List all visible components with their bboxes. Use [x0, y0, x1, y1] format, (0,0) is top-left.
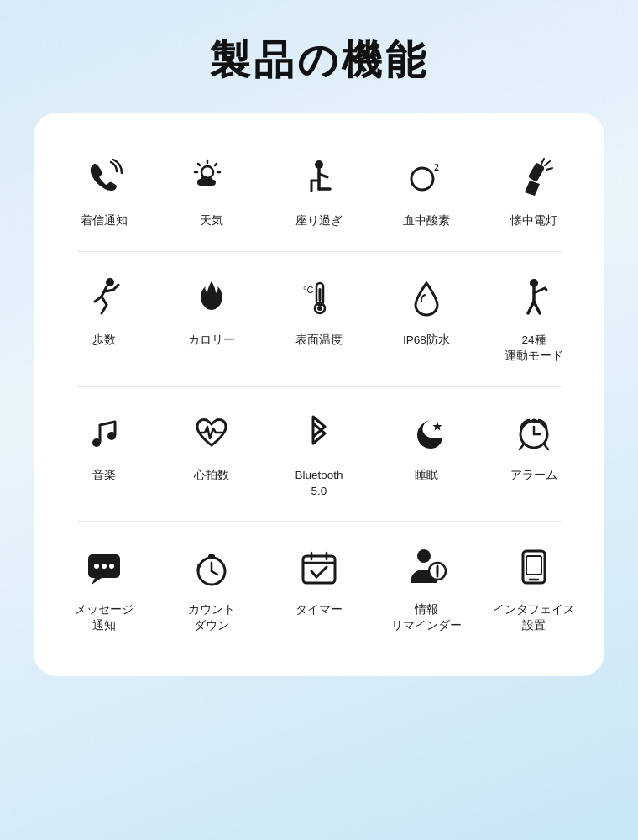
blood-oxygen-label: 血中酸素 [403, 213, 450, 229]
svg-rect-16 [319, 288, 322, 302]
flashlight-icon [513, 153, 555, 203]
svg-point-37 [210, 556, 213, 559]
reminder-label: 情報 リマインダー [391, 602, 462, 634]
svg-rect-9 [528, 162, 545, 181]
svg-line-11 [545, 161, 550, 165]
feature-row-4: メッセージ 通知 カウント ダウン [50, 527, 588, 643]
sleep-label: 睡眠 [415, 468, 438, 484]
reminder-icon [405, 542, 447, 592]
sitting-label: 座り過ぎ [295, 213, 343, 229]
weather-icon [191, 153, 233, 203]
sitting-icon [298, 153, 340, 203]
svg-rect-51 [526, 556, 541, 575]
feature-row-3: 音楽 心拍数 Bluetooth 5.0 [50, 392, 588, 508]
flashlight-label: 懐中電灯 [510, 213, 557, 229]
svg-point-18 [317, 306, 322, 311]
svg-rect-41 [303, 556, 335, 583]
svg-text:°C: °C [303, 285, 313, 295]
feature-calories: カロリー [158, 257, 265, 373]
svg-point-21 [92, 438, 101, 447]
waterproof-icon [405, 272, 447, 323]
sleep-icon [405, 407, 447, 458]
svg-point-22 [107, 432, 116, 440]
svg-point-45 [417, 549, 431, 563]
page-title: 製品の機能 [210, 34, 429, 87]
call-notify-icon [83, 153, 125, 203]
feature-temp: °C 表面温度 [265, 257, 373, 373]
feature-reminder: 情報 リマインダー [373, 527, 480, 643]
feature-row-1: 着信通知 天気 [50, 138, 588, 238]
timer-label: タイマー [295, 602, 343, 618]
feature-countdown: カウント ダウン [158, 527, 265, 643]
bluetooth-label: Bluetooth 5.0 [295, 468, 343, 500]
calories-icon [191, 272, 233, 323]
feature-blood-oxygen: 2 血中酸素 [373, 138, 480, 238]
music-icon [83, 407, 125, 458]
svg-point-14 [106, 278, 114, 286]
feature-sports: 24種 運動モード [480, 257, 588, 373]
interface-icon [513, 542, 555, 592]
svg-marker-31 [92, 578, 102, 585]
svg-marker-23 [433, 422, 442, 431]
waterproof-label: IP68防水 [403, 333, 450, 349]
svg-point-7 [411, 168, 433, 190]
svg-text:2: 2 [434, 161, 439, 173]
svg-point-33 [102, 564, 107, 569]
steps-icon [83, 272, 125, 323]
alarm-icon [513, 407, 555, 458]
feature-alarm: アラーム [480, 392, 588, 508]
message-icon [83, 542, 125, 592]
svg-line-28 [520, 445, 523, 449]
countdown-icon [191, 542, 233, 592]
svg-line-29 [545, 445, 548, 449]
feature-steps: 歩数 [50, 257, 158, 373]
feature-row-2: 歩数 カロリー °C [50, 257, 588, 373]
call-notify-label: 着信通知 [81, 213, 128, 229]
feature-flashlight: 懐中電灯 [480, 138, 588, 238]
svg-point-32 [94, 564, 99, 569]
feature-heart-rate: 心拍数 [158, 392, 265, 508]
music-label: 音楽 [92, 468, 116, 484]
svg-marker-10 [525, 181, 540, 196]
feature-message: メッセージ 通知 [50, 527, 158, 643]
alarm-label: アラーム [510, 468, 557, 484]
svg-point-27 [532, 418, 536, 423]
feature-interface: インタフェイス 設置 [480, 527, 588, 643]
blood-oxygen-icon: 2 [405, 153, 447, 203]
feature-waterproof: IP68防水 [373, 257, 480, 373]
interface-label: インタフェイス 設置 [493, 602, 575, 634]
message-label: メッセージ 通知 [75, 602, 133, 634]
svg-point-34 [109, 564, 114, 569]
calories-label: カロリー [188, 333, 235, 349]
feature-sleep: 睡眠 [373, 392, 480, 508]
svg-point-48 [437, 575, 439, 578]
temp-label: 表面温度 [295, 333, 343, 349]
feature-weather: 天気 [158, 138, 265, 238]
feature-bluetooth: Bluetooth 5.0 [265, 392, 373, 508]
svg-line-2 [215, 164, 217, 165]
bluetooth-icon [298, 407, 340, 458]
svg-line-39 [212, 571, 217, 575]
svg-line-13 [541, 159, 544, 164]
temp-icon: °C [298, 272, 340, 323]
sports-label: 24種 運動モード [505, 333, 563, 365]
svg-line-12 [546, 168, 552, 170]
sports-icon [513, 272, 555, 323]
feature-timer: タイマー [265, 527, 373, 643]
feature-sitting: 座り過ぎ [265, 138, 373, 238]
heart-rate-icon [191, 407, 233, 458]
feature-music: 音楽 [50, 392, 158, 508]
timer-icon [298, 542, 340, 592]
features-card: 着信通知 天気 [34, 113, 604, 676]
countdown-label: カウント ダウン [188, 602, 235, 634]
heart-rate-label: 心拍数 [194, 468, 229, 484]
steps-label: 歩数 [92, 333, 116, 349]
svg-line-4 [198, 164, 200, 165]
weather-label: 天気 [200, 213, 223, 229]
feature-call-notify: 着信通知 [50, 138, 158, 238]
